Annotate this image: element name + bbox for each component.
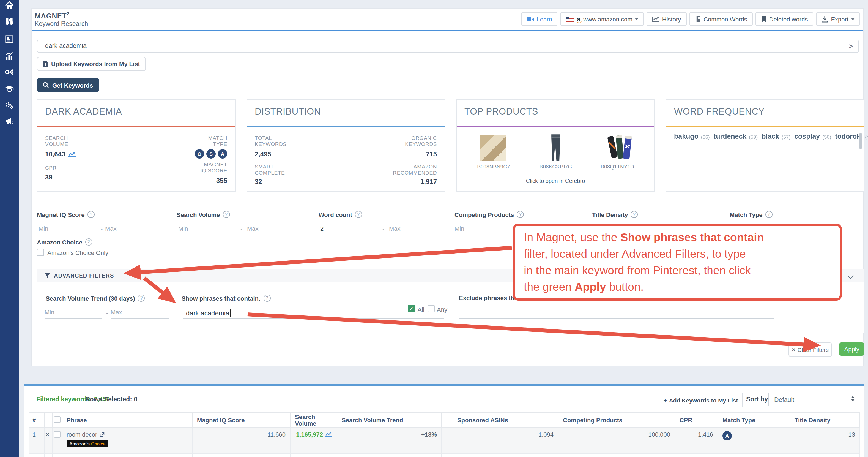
range-dash: - [106,309,108,316]
add-keywords-button[interactable]: + Add Keywords to My List [659,393,743,407]
history-button[interactable]: History [647,12,686,26]
video-icon [527,16,534,22]
remove-row-button[interactable]: × [44,453,53,457]
sort-by-label: Sort by: [746,396,770,402]
col-phrase: Phrase [62,413,192,428]
magnet-panel: MAGNET2 Keyword Research Learn a www.ama… [31,8,864,366]
analytics-icon[interactable] [4,51,14,61]
product-image-3[interactable] [607,134,634,163]
chevron-right-icon[interactable]: > [849,42,853,50]
product-asin: B08Q1TNY1D [587,164,648,170]
table-row: 1 × room decor Amazon's Choice 11,660 1,… [29,428,860,453]
filter-magnet-iq-label: Magnet IQ Score? [37,211,95,218]
col-remove [44,413,53,428]
magnet-iq-max-input[interactable] [105,225,163,235]
listing-builder-icon[interactable] [4,34,14,44]
iq-value: 100 [192,453,290,457]
match-any-checkbox[interactable] [428,305,435,312]
sv-value: 1,000 [290,453,337,457]
iq-score-value: 355 [216,177,227,184]
common-words-button[interactable]: Common Words [689,12,753,26]
show-phrases-label: Show phrases that contain:? [182,294,271,302]
research-binoculars-icon[interactable] [4,17,14,26]
word-count-max-input[interactable] [389,225,447,235]
external-link-icon [99,432,104,437]
col-competing: Competing Products [558,413,675,428]
help-icon[interactable]: ? [517,211,524,218]
help-icon[interactable]: ? [85,238,92,246]
total-keywords-label: TOTAL KEYWORDS [255,135,287,147]
trend-chart-icon[interactable] [325,432,332,437]
select-all-checkbox[interactable] [54,416,61,423]
magnet-iq-min-input[interactable] [38,225,96,235]
settings-gears-icon[interactable] [4,100,14,110]
help-icon[interactable]: ? [223,211,230,218]
chevron-down-icon [851,18,855,20]
help-icon[interactable]: ? [765,211,772,218]
marketplace-selector[interactable]: a www.amazon.com [560,12,644,26]
search-volume-min-input[interactable] [178,225,237,235]
table-row: 2 × anime hats for men 100 1,000 +49% 63… [29,453,860,457]
exclude-phrases-underline [459,318,774,319]
book-icon [695,16,701,22]
row-num: 2 [29,453,44,457]
announcements-megaphone-icon[interactable] [4,116,14,126]
open-in-cerebro-link[interactable]: Click to open in Cerebro [457,178,654,184]
match-badge-organic: O [195,149,204,159]
help-icon[interactable]: ? [630,211,638,218]
help-icon[interactable]: ? [88,211,95,218]
card-accent [666,125,864,127]
deleted-words-button[interactable]: Deleted words [755,12,813,26]
amazon-recommended-value: 1,917 [421,178,437,185]
phrase-link[interactable]: room decor [67,431,104,438]
learn-button[interactable]: Learn [521,12,558,26]
toolbar: Learn a www.amazon.com History Common Wo… [521,12,860,26]
total-keywords-value: 2,495 [255,150,271,158]
sv-value: 1,165,972 [290,428,337,453]
match-all-checkbox[interactable]: ✓ [408,305,415,312]
chevron-down-icon[interactable] [848,273,854,279]
home-icon[interactable] [4,1,14,10]
sidebar [0,0,19,457]
product-image-2[interactable] [546,134,566,163]
academy-icon[interactable] [4,84,14,94]
page-title: MAGNET2 [35,11,69,20]
card-title: DISTRIBUTION [247,99,444,117]
show-phrases-underline [183,318,444,319]
svt-min-input[interactable] [44,308,102,319]
sort-arrows-icon [851,396,855,401]
get-keywords-button[interactable]: Get Keywords [37,78,99,92]
scrollbar-thumb[interactable] [860,133,862,149]
keyword-search-input[interactable] [44,42,828,50]
word-count-min-input[interactable] [320,225,378,235]
keyword-tracker-icon[interactable] [4,67,14,77]
help-icon[interactable]: ? [355,211,362,218]
help-icon[interactable]: ? [263,294,271,302]
svt-max-input[interactable] [111,308,169,319]
remove-row-button[interactable]: × [44,428,53,453]
export-button[interactable]: Export [816,12,860,26]
match-type-label: MATCH TYPE [208,135,227,147]
amazon-choice-checkbox[interactable] [37,249,44,256]
trend-value: +49% [337,453,441,457]
search-volume-max-input[interactable] [247,225,305,235]
page-subtitle: Keyword Research [35,20,88,27]
help-icon[interactable]: ? [138,294,145,302]
filter-search-volume-label: Search Volume? [177,211,230,218]
row-select [53,428,62,453]
results-section: Filtered keywords: 2,450 Rows Selected: … [24,384,864,457]
competing-products-min-input[interactable] [455,225,513,235]
row-checkbox[interactable] [54,431,61,438]
upload-keywords-button[interactable]: Upload Keywords from My List [37,57,146,71]
organic-keywords-label: ORGANIC KEYWORDS [405,135,437,147]
show-phrases-input[interactable]: dark academia [186,309,230,317]
product-image-1[interactable] [480,135,506,161]
trend-chart-icon[interactable] [68,151,76,157]
clear-filters-button[interactable]: × Clear Filters [788,342,832,357]
text-caret [230,309,230,317]
apply-button[interactable]: Apply [839,342,864,356]
cpr-label: CPR [45,165,57,171]
col-iq: Magnet IQ Score [192,413,290,428]
card-title: WORD FREQUENCY [666,99,864,117]
sort-by-select[interactable]: Default [768,393,860,406]
